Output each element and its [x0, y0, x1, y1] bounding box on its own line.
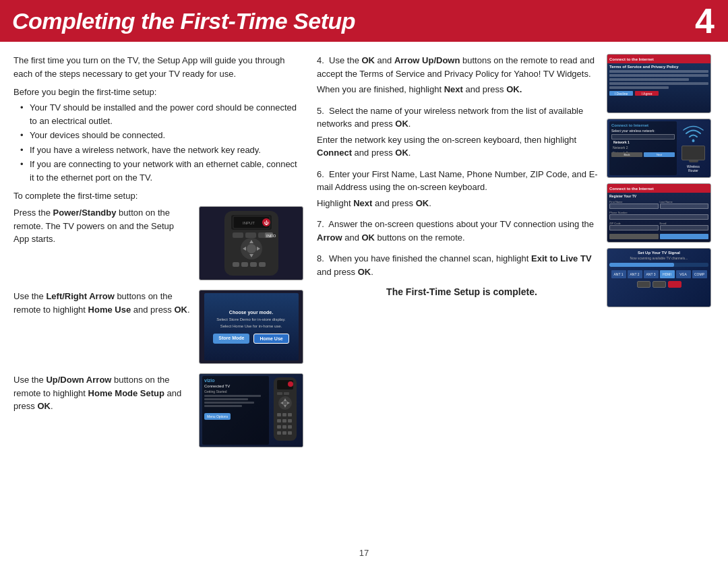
left-column: The first time you turn on the TV, the S… — [13, 54, 303, 536]
to-complete-label: To complete the first-time setup: — [13, 191, 303, 201]
page-number: 17 — [359, 548, 369, 558]
svg-rect-16 — [241, 262, 248, 267]
step-3: Use the Up/Down Arrow buttons on the rem… — [13, 373, 303, 447]
svg-point-23 — [288, 381, 293, 387]
svg-point-25 — [282, 400, 288, 406]
home-use-button: Home Use — [253, 334, 289, 344]
svg-rect-30 — [277, 392, 282, 395]
list-item: If you are connecting to your network wi… — [20, 158, 303, 184]
list-item: Your devices should be connected. — [20, 129, 303, 142]
step-6-image: Connect to the Internet Register Your TV… — [607, 183, 711, 243]
step-4-image: Connect to the Internet Terms of Service… — [607, 54, 711, 113]
mode-store-text: Select Store Demo for in-store display. — [216, 317, 285, 321]
svg-rect-15 — [233, 262, 239, 267]
step-8: 8. When you have finished the channel sc… — [317, 252, 607, 278]
step-3-text: Use the Up/Down Arrow buttons on the rem… — [13, 373, 191, 413]
svg-rect-18 — [259, 262, 266, 267]
before-setup-label: Before you begin the first-time setup: — [13, 87, 303, 97]
svg-rect-7 — [245, 232, 256, 238]
svg-rect-38 — [277, 425, 281, 429]
svg-rect-33 — [282, 413, 286, 416]
svg-rect-17 — [250, 262, 257, 267]
remote-illustration: INPUT ⏻ — [208, 210, 295, 277]
svg-rect-41 — [277, 431, 281, 435]
step-7-image: Set Up Your TV Signal Now scanning avail… — [607, 248, 711, 307]
mode-title: Choose your mode. — [229, 310, 273, 315]
svg-rect-43 — [288, 431, 292, 435]
completion-text: The First-Time Setup is complete. — [317, 286, 607, 297]
step-7: 7. Answer the on-screen questions about … — [317, 218, 607, 244]
step-5-image: Connect to Internet Select your wireless… — [607, 119, 711, 178]
right-steps-text: 4. Use the OK and Arrow Up/Down buttons … — [317, 54, 607, 307]
step-2: Use the Left/Right Arrow buttons on the … — [13, 290, 303, 364]
svg-rect-37 — [288, 419, 292, 423]
svg-text:INFO: INFO — [266, 234, 276, 238]
svg-rect-40 — [288, 425, 292, 429]
svg-point-44 — [692, 139, 695, 142]
step-2-image: Choose your mode. Select Store Demo for … — [199, 290, 303, 364]
right-step-images: Connect to the Internet Terms of Service… — [607, 54, 715, 307]
store-mode-button: Store Mode — [213, 334, 249, 344]
step-1: Press the Power/Standby button on the re… — [13, 206, 303, 280]
list-item: Your TV should be installed and the powe… — [20, 101, 303, 127]
step-5: 5. Select the name of your wireless netw… — [317, 104, 607, 160]
svg-rect-31 — [284, 392, 289, 395]
list-item: If you have a wireless network, have the… — [20, 144, 303, 157]
left-steps: Press the Power/Standby button on the re… — [13, 206, 303, 447]
svg-rect-35 — [277, 419, 281, 423]
step-1-text: Press the Power/Standby button on the re… — [13, 206, 191, 246]
step-1-image: INPUT ⏻ — [199, 206, 303, 280]
svg-rect-39 — [282, 425, 286, 429]
svg-rect-34 — [288, 413, 292, 416]
svg-rect-6 — [233, 232, 243, 238]
svg-text:INPUT: INPUT — [243, 221, 255, 225]
page-header: Completing the First-Time Setup 4 — [0, 0, 728, 42]
svg-rect-32 — [277, 413, 281, 416]
prerequisites-list: Your TV should be installed and the powe… — [13, 101, 303, 184]
step-3-image: vizio Connected TV Getting Started Menu … — [199, 373, 303, 447]
page-title: Completing the First-Time Setup — [12, 8, 355, 34]
svg-point-10 — [247, 244, 256, 253]
right-column: 4. Use the OK and Arrow Up/Down buttons … — [317, 54, 715, 536]
right-steps-container: 4. Use the OK and Arrow Up/Down buttons … — [317, 54, 715, 307]
mini-remote — [272, 376, 299, 442]
svg-text:⏻: ⏻ — [264, 220, 269, 225]
svg-rect-36 — [282, 419, 286, 423]
step-2-text: Use the Left/Right Arrow buttons on the … — [13, 290, 191, 316]
page-chapter-number: 4 — [695, 3, 715, 38]
step-4: 4. Use the OK and Arrow Up/Down buttons … — [317, 54, 607, 96]
main-content: The first time you turn on the TV, the S… — [0, 42, 728, 543]
svg-rect-42 — [282, 431, 286, 435]
step-6: 6. Enter your First Name, Last Name, Pho… — [317, 168, 607, 210]
intro-text: The first time you turn on the TV, the S… — [13, 54, 303, 80]
page-footer: 17 — [0, 543, 728, 562]
mode-home-text: Select Home Use for in-home use. — [220, 324, 282, 328]
